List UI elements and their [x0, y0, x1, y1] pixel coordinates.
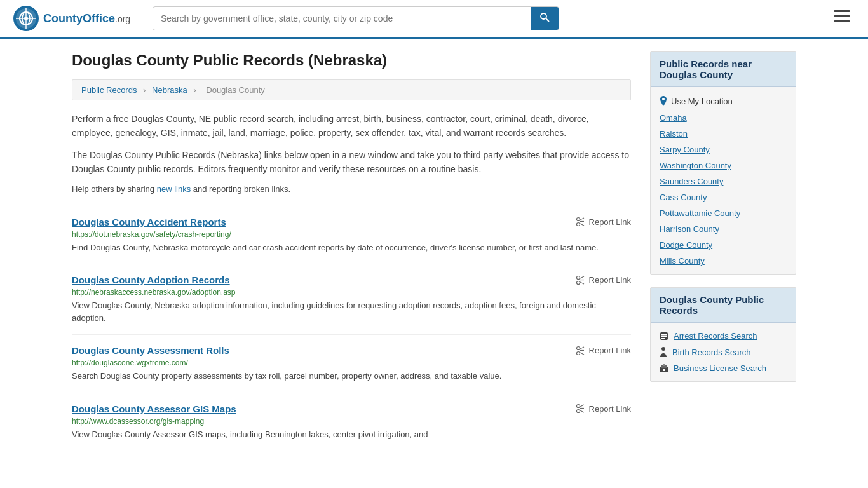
- record-header: Douglas County Adoption Records Report L…: [72, 274, 631, 285]
- svg-rect-9: [834, 10, 850, 12]
- business-license-icon: [660, 364, 668, 373]
- record-title[interactable]: Douglas County Accident Reports: [72, 217, 226, 227]
- record-description: Find Douglas County, Nebraska motorcycle…: [72, 241, 631, 254]
- use-my-location-link[interactable]: Use My Location: [671, 97, 733, 106]
- record-title[interactable]: Douglas County Adoption Records: [72, 274, 230, 285]
- hamburger-icon: [834, 10, 850, 23]
- svg-rect-40: [663, 364, 665, 366]
- sidebar-item-pottawattamie[interactable]: Pottawattamie County: [651, 205, 796, 221]
- logo-text: CountyOffice.org: [43, 12, 130, 25]
- main-container: Douglas County Public Records (Nebraska)…: [53, 39, 815, 464]
- menu-button[interactable]: [829, 8, 855, 29]
- sidebar-item-cass[interactable]: Cass County: [651, 189, 796, 205]
- record-url[interactable]: http://douglascone.wgxtreme.com/: [72, 358, 631, 367]
- logo-area: CountyOffice.org: [13, 5, 140, 32]
- birth-icon: [660, 347, 667, 357]
- svg-point-27: [576, 405, 580, 408]
- record-url[interactable]: http://nebraskaccess.nebraska.gov/adopti…: [72, 288, 631, 297]
- record-item: Douglas County Adoption Records Report L…: [72, 264, 631, 335]
- svg-point-17: [576, 276, 580, 279]
- header-right: [829, 8, 855, 29]
- svg-point-28: [576, 410, 580, 413]
- sidebar-record-business[interactable]: Business License Search: [651, 360, 796, 376]
- search-bar: [153, 6, 559, 30]
- sidebar-records-header: Douglas County Public Records: [651, 288, 796, 323]
- breadcrumb: Public Records › Nebraska › Douglas Coun…: [72, 79, 631, 100]
- sidebar-item-omaha[interactable]: Omaha: [651, 110, 796, 126]
- arrest-records-link[interactable]: Arrest Records Search: [674, 331, 757, 341]
- sidebar-nearby-section: Public Records near Douglas County Use M…: [650, 51, 796, 274]
- business-license-link[interactable]: Business License Search: [674, 363, 766, 373]
- scissors-icon: [576, 403, 586, 414]
- logo-icon: [13, 5, 39, 32]
- record-description: Search Douglas County property assessmen…: [72, 370, 631, 383]
- scissors-icon: [576, 346, 586, 356]
- sidebar-item-dodge[interactable]: Dodge County: [651, 237, 796, 253]
- record-url[interactable]: http://www.dcassessor.org/gis-mapping: [72, 417, 631, 426]
- sidebar-item-use-my-location[interactable]: Use My Location: [651, 92, 796, 110]
- description-2: The Douglas County Public Records (Nebra…: [72, 148, 631, 177]
- record-title[interactable]: Douglas County Assessor GIS Maps: [72, 403, 236, 414]
- svg-rect-35: [661, 336, 667, 337]
- svg-point-7: [541, 13, 546, 19]
- sidebar-item-saunders[interactable]: Saunders County: [651, 173, 796, 189]
- sidebar-records-section: Douglas County Public Records Arrest Rec…: [650, 287, 796, 382]
- svg-point-22: [576, 346, 580, 349]
- breadcrumb-current: Douglas County: [206, 85, 265, 95]
- records-list: Douglas County Accident Reports Report L…: [72, 207, 631, 452]
- svg-point-32: [662, 98, 665, 100]
- sidebar-item-ralston[interactable]: Ralston: [651, 126, 796, 142]
- svg-rect-11: [834, 20, 850, 22]
- svg-point-23: [576, 351, 580, 355]
- record-url[interactable]: https://dot.nebraska.gov/safety/crash-re…: [72, 230, 631, 239]
- svg-rect-36: [661, 338, 665, 339]
- scissors-icon: [576, 217, 586, 227]
- sidebar-item-harrison[interactable]: Harrison County: [651, 221, 796, 237]
- record-description: View Douglas County Assessor GIS maps, i…: [72, 428, 631, 441]
- help-text: Help others by sharing new links and rep…: [72, 184, 631, 194]
- report-link-button[interactable]: Report Link: [576, 346, 631, 356]
- content-area: Douglas County Public Records (Nebraska)…: [72, 51, 631, 451]
- sidebar-record-arrest[interactable]: Arrest Records Search: [651, 328, 796, 344]
- record-title[interactable]: Douglas County Assessment Rolls: [72, 345, 229, 356]
- search-button[interactable]: [531, 7, 559, 30]
- svg-rect-41: [663, 369, 665, 371]
- page-header: CountyOffice.org: [0, 0, 868, 39]
- svg-rect-34: [661, 334, 667, 336]
- svg-point-12: [576, 218, 580, 221]
- svg-point-6: [24, 17, 28, 20]
- sidebar-record-birth[interactable]: Birth Records Search: [651, 344, 796, 360]
- sidebar: Public Records near Douglas County Use M…: [650, 51, 796, 451]
- page-title: Douglas County Public Records (Nebraska): [72, 51, 631, 69]
- location-pin-icon: [660, 96, 667, 106]
- arrest-icon: [660, 332, 668, 341]
- report-link-button[interactable]: Report Link: [576, 275, 631, 285]
- record-header: Douglas County Assessment Rolls Report L…: [72, 345, 631, 356]
- record-description: View Douglas County, Nebraska adoption i…: [72, 299, 631, 324]
- report-link-button[interactable]: Report Link: [576, 217, 631, 227]
- record-header: Douglas County Assessor GIS Maps Report …: [72, 403, 631, 414]
- svg-point-13: [576, 223, 580, 226]
- record-item: Douglas County Assessment Rolls Report L…: [72, 335, 631, 393]
- birth-records-link[interactable]: Birth Records Search: [672, 348, 751, 357]
- report-link-button[interactable]: Report Link: [576, 403, 631, 414]
- breadcrumb-link-nebraska[interactable]: Nebraska: [152, 85, 187, 95]
- sidebar-records-body: Arrest Records Search Birth Records Sear…: [651, 323, 796, 381]
- search-icon: [539, 12, 550, 22]
- search-input[interactable]: [153, 8, 531, 29]
- svg-line-8: [546, 18, 549, 22]
- scissors-icon: [576, 275, 586, 285]
- description-1: Perform a free Douglas County, NE public…: [72, 112, 631, 140]
- record-item: Douglas County Accident Reports Report L…: [72, 207, 631, 265]
- svg-rect-10: [834, 15, 850, 17]
- sidebar-nearby-header: Public Records near Douglas County: [651, 52, 796, 87]
- sidebar-item-washington[interactable]: Washington County: [651, 158, 796, 173]
- sidebar-item-mills[interactable]: Mills County: [651, 253, 796, 269]
- sidebar-nearby-body: Use My Location Omaha Ralston Sarpy Coun…: [651, 87, 796, 274]
- svg-point-18: [576, 281, 580, 284]
- record-header: Douglas County Accident Reports Report L…: [72, 217, 631, 227]
- breadcrumb-link-public-records[interactable]: Public Records: [81, 85, 137, 95]
- sidebar-item-sarpy[interactable]: Sarpy County: [651, 142, 796, 158]
- new-links-link[interactable]: new links: [157, 184, 191, 194]
- record-item: Douglas County Assessor GIS Maps Report …: [72, 393, 631, 452]
